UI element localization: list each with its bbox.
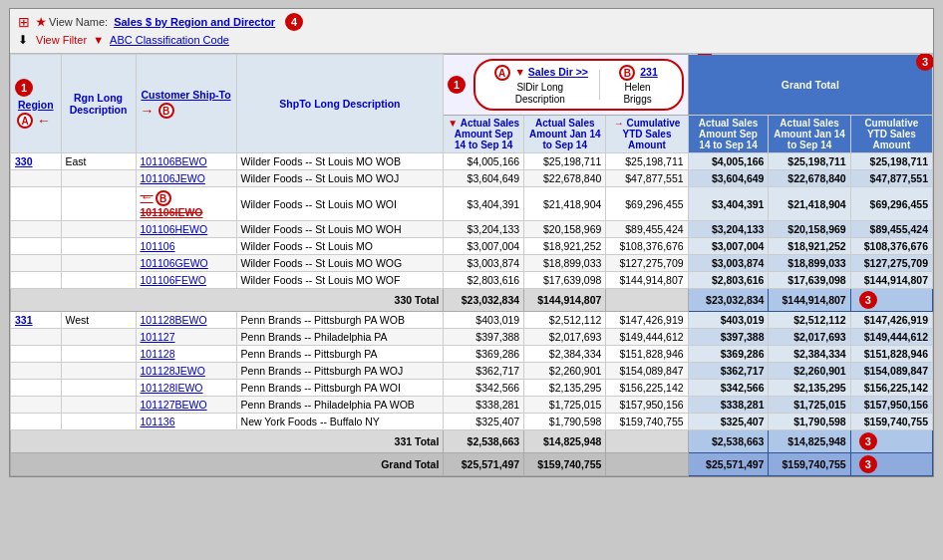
arrow-left-icon: ← (37, 113, 51, 129)
view-filter-label[interactable]: View Filter (36, 34, 87, 46)
region-cell (11, 397, 62, 414)
customer-cell[interactable]: ←B101106IEWO (136, 187, 236, 221)
gt-jan-cell: $21,418,904 (769, 187, 850, 221)
rgn-long-cell (61, 397, 136, 414)
annotation-3-total: 3 (859, 455, 877, 473)
customer-cell[interactable]: 101127 (136, 329, 236, 346)
region-cell (11, 238, 62, 255)
shpto-long-cell: Penn Brands -- Pittsburgh PA WOI (236, 380, 444, 397)
customer-cell[interactable]: 101128JEWO (136, 363, 236, 380)
shpto-long-cell: Wilder Foods -- St Louis MO WOF (236, 272, 444, 289)
gt-cumul-cell: $151,828,946 (850, 346, 932, 363)
region-cell (11, 187, 62, 221)
annotation-B-dir: B (619, 65, 635, 81)
gt-jan-cell: $2,017,693 (769, 329, 850, 346)
sales-dir-label[interactable]: Sales Dir >> (528, 66, 588, 78)
actual-sep-cell: $403,019 (444, 312, 524, 329)
cumul-cell: $157,950,156 (606, 397, 688, 414)
rgn-long-cell (61, 380, 136, 397)
gt-total-jan: $144,914,807 (769, 289, 850, 312)
shpto-long-header: ShpTo Long Description (236, 55, 444, 153)
shpto-long-cell: Wilder Foods -- St Louis MO WOG (236, 255, 444, 272)
table-row: 101128 Penn Brands -- Pittsburgh PA $369… (11, 346, 933, 363)
customer-shipto-header: Customer Ship-To → B (136, 55, 236, 153)
shpto-long-cell: New York Foods -- Buffalo NY (236, 414, 444, 430)
customer-cell[interactable]: 101106BEWO (136, 153, 236, 170)
shpto-long-cell: Wilder Foods -- St Louis MO WOH (236, 221, 444, 238)
annotation-B-row: B (156, 190, 171, 206)
gt-sep-cell: $3,204,133 (688, 221, 769, 238)
gt-total-cumul: 3 (850, 430, 932, 453)
gt-cumul-cell: $89,455,424 (850, 221, 932, 238)
actual-jan-cell: $2,017,693 (524, 329, 606, 346)
annotation-A-dir: A (494, 65, 510, 81)
region-cell[interactable]: 331 (11, 312, 62, 329)
director-header-row: 1 Region A ← Rgn Long Description (11, 55, 933, 116)
rgn-long-cell: East (61, 153, 136, 170)
rgn-long-cell (61, 170, 136, 187)
gt-cumul-cell: $25,198,711 (850, 153, 932, 170)
abc-filter-label[interactable]: ABC Classification Code (110, 34, 229, 46)
table-row: 331 West 101128BEWO Penn Brands -- Pitts… (11, 312, 933, 329)
gt-jan-cell: $2,260,901 (769, 363, 850, 380)
cumul-cell: $144,914,807 (606, 272, 688, 289)
shpto-long-cell: Wilder Foods -- St Louis MO WOI (236, 187, 444, 221)
filter-icon-dir: ▼ (514, 66, 524, 78)
customer-cell[interactable]: 101127BEWO (136, 397, 236, 414)
customer-cell[interactable]: 101106 (136, 238, 236, 255)
gt-total-sep: $25,571,497 (688, 453, 769, 476)
cumul-cell: $89,455,424 (606, 221, 688, 238)
customer-cell[interactable]: 101106GEWO (136, 255, 236, 272)
gt-jan-cell: $2,512,112 (769, 312, 850, 329)
gt-sep-cell: $338,281 (688, 397, 769, 414)
region-col-label: Region (15, 99, 57, 111)
gt-sep-cell: $342,566 (688, 380, 769, 397)
cumul-cell: $156,225,142 (606, 380, 688, 397)
customer-cell[interactable]: 101128BEWO (136, 312, 236, 329)
col-231[interactable]: 231 (640, 66, 658, 78)
gt-total-jan: $14,825,948 (769, 430, 850, 453)
rgn-long-cell (61, 255, 136, 272)
toolbar: ⊞ ★ View Name: Sales $ by Region and Dir… (10, 9, 933, 54)
shpto-long-cell: Penn Brands -- Philadelphia PA (236, 329, 444, 346)
actual-jan-cell: $17,639,098 (524, 272, 606, 289)
cumul-cell: $154,089,847 (606, 363, 688, 380)
director-pill-cell: 1 A ▼ Sales Dir >> SlDir Long Descriptio… (444, 55, 688, 116)
gt-sep-cell: $3,007,004 (688, 238, 769, 255)
actual-jan-header: Actual Sales Amount Jan 14 to Sep 14 (524, 116, 606, 153)
main-table: 1 Region A ← Rgn Long Description (10, 54, 933, 476)
gt-cumul-cell: $108,376,676 (850, 238, 932, 255)
gt-jan-cell: $2,384,334 (769, 346, 850, 363)
customer-cell[interactable]: 101106HEWO (136, 221, 236, 238)
actual-jan-cell: $1,725,015 (524, 397, 606, 414)
cumul-cell: $69,296,455 (606, 187, 688, 221)
annotation-1-top: 1 (448, 76, 466, 94)
rgn-long-cell (61, 221, 136, 238)
actual-sep-cell: $362,717 (444, 363, 524, 380)
gt-cumul-cell: $157,950,156 (850, 397, 932, 414)
total-cumul (606, 430, 688, 453)
gt-cumul-cell: $69,296,455 (850, 187, 932, 221)
customer-cell[interactable]: 101106JEWO (136, 170, 236, 187)
region-cell[interactable]: 330 (11, 153, 62, 170)
cumul-cell: $149,444,612 (606, 329, 688, 346)
gt-total-sep: $2,538,663 (688, 430, 769, 453)
filter-funnel-icon: ▼ (93, 34, 104, 46)
subtotal-row: 330 Total $23,032,834 $144,914,807 $23,0… (11, 289, 933, 312)
gt-total-sep: $23,032,834 (688, 289, 769, 312)
gt-cumul-cell: $154,089,847 (850, 363, 932, 380)
actual-sep-cell: $3,604,649 (444, 170, 524, 187)
view-name-value[interactable]: Sales $ by Region and Director (114, 16, 275, 28)
gt-jan-cell: $17,639,098 (769, 272, 850, 289)
cumul-cell: $159,740,755 (606, 414, 688, 430)
annotation-A-region: A (17, 113, 33, 129)
customer-cell[interactable]: 101128IEWO (136, 380, 236, 397)
region-cell (11, 329, 62, 346)
customer-cell[interactable]: 101106FEWO (136, 272, 236, 289)
customer-cell[interactable]: 101128 (136, 346, 236, 363)
customer-cell[interactable]: 101136 (136, 414, 236, 430)
gt-total-jan: $159,740,755 (769, 453, 850, 476)
rgn-long-cell (61, 187, 136, 221)
gt-sep-cell: $3,404,391 (688, 187, 769, 221)
gt-total-cumul: 3 (850, 453, 932, 476)
